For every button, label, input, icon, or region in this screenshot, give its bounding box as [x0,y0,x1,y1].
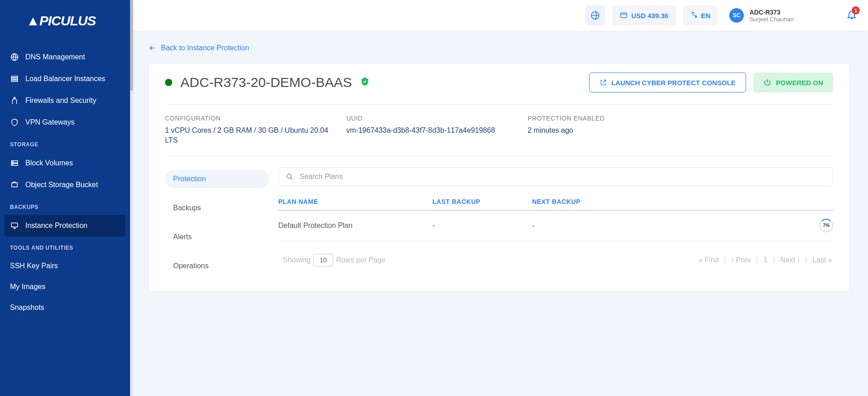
sidebar: ▲PICULUS DNS Management Load Balancer In… [0,0,130,396]
monitor-icon [10,221,19,230]
wallet-icon [620,11,628,20]
language-value: EN [701,12,711,19]
pagination: Showing Rows per Page « First | ‹ Prev |… [278,254,833,266]
external-link-icon [600,79,607,86]
back-link-label: Back to Instance Protection [161,44,249,52]
bucket-icon [10,180,19,189]
sidebar-section-backups: BACKUPS [0,196,130,215]
svg-rect-4 [11,80,18,82]
tab-protection[interactable]: Protection [165,170,269,188]
tab-backups[interactable]: Backups [165,199,269,217]
notifications-badge: 1 [852,6,860,14]
sidebar-item-my-images[interactable]: My Images [0,276,130,297]
sidebar-item-label: DNS Management [25,53,85,61]
col-plan-name: PLAN NAME [278,198,432,205]
svg-point-5 [14,97,15,99]
pager-next[interactable]: Next › [780,256,801,264]
sidebar-item-label: Block Volumes [25,159,73,167]
notifications-button[interactable]: 1 [846,9,857,22]
svg-point-8 [13,161,14,162]
search-plans[interactable] [278,167,833,186]
pager-last[interactable]: Last » [811,256,833,264]
tab-alerts[interactable]: Alerts [165,228,269,246]
svg-point-14 [287,174,291,178]
pager-prev[interactable]: ‹ Prev [731,256,752,264]
instance-card: ADC-R373-20-DEMO-BAAS LAUNCH CYBER PROTE… [148,63,850,292]
search-icon [286,173,293,180]
pager-first[interactable]: « First [698,256,719,264]
launch-console-label: LAUNCH CYBER PROTECT CONSOLE [611,79,736,87]
svg-rect-3 [11,78,18,80]
cell-plan-name: Default Protection Plan [278,222,432,230]
topbar: USD 439.36 EN SC ADC-R373 Surjeet Chauha… [130,0,868,31]
progress-circle: 7% [820,219,833,232]
back-link[interactable]: Back to Instance Protection [148,44,850,52]
sidebar-item-snapshots[interactable]: Snapshots [0,297,130,318]
user-name: Surjeet Chauhan [749,16,794,23]
sidebar-item-label: My Images [10,283,45,291]
sidebar-item-label: VPN Gateways [25,118,74,126]
power-status[interactable]: POWERED ON [753,72,833,92]
power-label: POWERED ON [776,79,823,87]
balance-button[interactable]: USD 439.36 [612,5,676,25]
power-icon [763,78,771,87]
sidebar-item-vpn-gateways[interactable]: VPN Gateways [0,111,130,133]
sidebar-item-dns-management[interactable]: DNS Management [0,46,130,68]
sidebar-item-label: Load Balancer Instances [25,75,105,83]
sidebar-item-firewalls[interactable]: Firewalls and Security [0,90,130,111]
sidebar-section-tools: TOOLS AND UTILITIES [0,237,130,256]
content: Back to Instance Protection ADC-R373-20-… [130,31,868,396]
brand-logo: ▲PICULUS [0,9,130,46]
uuid-value: vm-1967433a-d3b8-43f7-8d3b-117a4e919868 [346,126,519,135]
main-area: USD 439.36 EN SC ADC-R373 Surjeet Chauha… [130,0,868,396]
globe-icon [10,53,19,62]
sidebar-item-object-storage[interactable]: Object Storage Bucket [0,174,130,196]
svg-point-9 [13,164,14,165]
svg-text:▲PICULUS: ▲PICULUS [26,13,96,28]
svg-rect-2 [11,76,18,77]
svg-rect-11 [11,223,18,227]
col-next-backup: NEXT BACKUP [532,198,815,205]
svg-rect-10 [12,183,17,187]
avatar: SC [729,8,744,23]
user-menu[interactable]: SC ADC-R373 Surjeet Chauhan [729,8,794,23]
sidebar-item-instance-protection[interactable]: Instance Protection [5,215,126,237]
sidebar-item-ssh-keys[interactable]: SSH Key Pairs [0,256,130,276]
svg-rect-13 [621,13,627,18]
translate-icon [690,11,698,20]
uuid-label: UUID [346,115,519,122]
protection-enabled-value: 2 minutes ago [528,126,605,135]
user-id: ADC-R373 [749,9,794,16]
server-icon [10,159,19,168]
sidebar-item-load-balancer[interactable]: Load Balancer Instances [0,68,130,90]
shield-icon [10,118,19,127]
status-dot [165,79,172,86]
language-button[interactable]: EN [683,5,718,25]
balance-value: USD 439.36 [631,12,669,19]
table-row[interactable]: Default Protection Plan - - 7% [278,211,833,241]
sidebar-item-block-volumes[interactable]: Block Volumes [0,152,130,174]
stack-icon [10,74,19,83]
globe-button[interactable] [585,5,605,25]
sidebar-section-storage: STORAGE [0,133,130,152]
firewall-icon [10,96,19,105]
pager-current: 1 [763,256,769,264]
sidebar-item-label: Snapshots [10,304,44,312]
shield-check-icon [360,77,370,88]
search-input[interactable] [300,173,825,181]
instance-title: ADC-R373-20-DEMO-BAAS [180,75,352,90]
launch-console-button[interactable]: LAUNCH CYBER PROTECT CONSOLE [589,72,746,92]
rows-label: Rows per Page [336,256,385,264]
tab-operations[interactable]: Operations [165,257,269,275]
sidebar-item-label: Firewalls and Security [25,97,97,105]
protection-enabled-label: PROTECTION ENABLED [528,115,605,122]
cell-next-backup: - [532,222,815,230]
sidebar-scrollbar[interactable] [130,0,133,396]
config-value: 1 vCPU Cores / 2 GB RAM / 30 GB / Ubuntu… [165,126,337,146]
tabs-column: Protection Backups Alerts Operations [165,167,269,275]
sidebar-item-label: Object Storage Bucket [25,181,98,189]
rows-per-page-input[interactable] [313,254,333,266]
sidebar-item-label: Instance Protection [25,222,87,230]
meta-row: CONFIGURATION 1 vCPU Cores / 2 GB RAM / … [165,105,833,156]
config-label: CONFIGURATION [165,115,337,122]
